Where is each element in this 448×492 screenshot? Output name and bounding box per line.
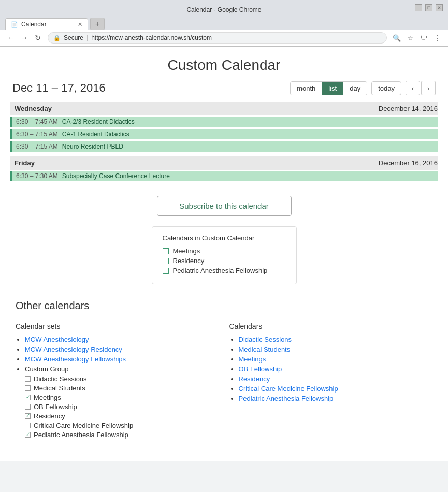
calendars-column: Calendars Didactic SessionsMedical Stude… xyxy=(229,322,433,440)
close-button[interactable]: ✕ xyxy=(436,4,443,11)
forward-button[interactable]: → xyxy=(19,32,30,44)
new-tab-button[interactable]: + xyxy=(90,18,105,30)
day-view-button[interactable]: day xyxy=(343,82,367,95)
group-item-checkbox[interactable] xyxy=(25,413,31,419)
secure-label: Secure xyxy=(64,34,83,41)
back-button[interactable]: ← xyxy=(5,32,17,44)
search-button[interactable]: 🔍 xyxy=(391,32,402,44)
event-row[interactable]: 6:30 – 7:15 AM CA-1 Resident Didactics xyxy=(10,128,438,140)
chrome-menu-button[interactable]: ⋮ xyxy=(431,32,443,44)
calendar-link-item[interactable]: Critical Care Medicine Fellowship xyxy=(239,385,433,393)
nav-buttons: ← → ↻ xyxy=(5,32,44,44)
active-tab[interactable]: 📄 Calendar ✕ xyxy=(5,18,88,30)
calendar-link-anchor[interactable]: Didactic Sessions xyxy=(239,336,292,343)
calendar-set-link[interactable]: MCW Anesthesiology Residency xyxy=(25,345,219,353)
day-header-row: Wednesday December 14, 2016 xyxy=(10,102,438,115)
reload-button[interactable]: ↻ xyxy=(32,32,44,44)
calendar-link-anchor[interactable]: Pediatric Anesthesia Fellowship xyxy=(239,395,334,402)
address-bar[interactable]: 🔒 Secure | https://mcw-anesth-calendar.n… xyxy=(48,32,387,44)
next-period-button[interactable]: › xyxy=(421,81,436,95)
prev-period-button[interactable]: ‹ xyxy=(406,81,420,95)
calendar-link-item[interactable]: Medical Students xyxy=(239,345,433,353)
calendar-set-anchor[interactable]: MCW Anesthesiology Residency xyxy=(25,345,122,353)
view-btn-group: month list day xyxy=(290,81,367,95)
minimize-button[interactable]: — xyxy=(415,4,422,11)
bookmark-button[interactable]: ☆ xyxy=(404,32,416,44)
cal-checkbox[interactable] xyxy=(163,248,169,254)
subscribe-button[interactable]: Subscribe to this calendar xyxy=(157,196,292,216)
cal-checkbox[interactable] xyxy=(163,258,169,264)
day-date: December 16, 2016 xyxy=(196,156,438,170)
event-title: CA-2/3 Resident Didactics xyxy=(62,118,135,125)
calendar-set-anchor[interactable]: MCW Anesthesiology xyxy=(25,336,89,343)
event-title: Subspecialty Case Conference Lecture xyxy=(62,172,170,180)
event-item[interactable]: 6:30 – 7:45 AM CA-2/3 Resident Didactics xyxy=(10,117,438,127)
group-item-checkbox[interactable] xyxy=(25,376,31,382)
calendar-link-anchor[interactable]: OB Fellowship xyxy=(239,365,282,373)
shield-button[interactable]: 🛡 xyxy=(418,32,429,44)
calendars-box: Calendars in Custom Calendar Meetings Re… xyxy=(152,226,297,284)
custom-group-label: Custom Group xyxy=(25,365,219,373)
calendar-link-anchor[interactable]: Residency xyxy=(239,375,270,383)
event-item[interactable]: 6:30 – 7:15 AM Neuro Resident PBLD xyxy=(10,141,438,152)
group-item: Critical Care Medicine Fellowship xyxy=(25,422,219,429)
calendar-sets-title: Calendar sets xyxy=(16,322,219,330)
calendar-link-item[interactable]: Meetings xyxy=(239,355,433,363)
page-content: Custom Calendar Dec 11 – 17, 2016 month … xyxy=(0,47,448,461)
group-item-checkbox[interactable] xyxy=(25,404,31,410)
chrome-addressbar: ← → ↻ 🔒 Secure | https://mcw-anesth-cale… xyxy=(0,30,448,46)
group-item-checkbox[interactable] xyxy=(25,423,31,428)
group-item: Didactic Sessions xyxy=(25,375,219,383)
chrome-tabs: 📄 Calendar ✕ + xyxy=(0,18,448,30)
day-date: December 14, 2016 xyxy=(196,102,438,115)
date-nav-row: Dec 11 – 17, 2016 month list day today ‹… xyxy=(10,81,438,95)
calendar-sets-column: Calendar sets MCW AnesthesiologyMCW Anes… xyxy=(16,322,219,440)
list-view-button[interactable]: list xyxy=(322,82,343,95)
window-controls[interactable]: — □ ✕ xyxy=(415,4,443,11)
tab-page-icon: 📄 xyxy=(11,21,18,28)
tab-close-button[interactable]: ✕ xyxy=(78,21,82,28)
other-calendars-title: Other calendars xyxy=(16,300,432,312)
event-time: 6:30 – 7:15 AM xyxy=(16,143,58,150)
calendar-link-item[interactable]: Didactic Sessions xyxy=(239,336,433,343)
calendar-set-link[interactable]: MCW Anesthesiology Fellowships xyxy=(25,355,219,363)
calendar-link-item[interactable]: Residency xyxy=(239,375,433,383)
month-view-button[interactable]: month xyxy=(291,82,322,95)
event-row[interactable]: 6:30 – 7:30 AM Subspecialty Case Confere… xyxy=(10,170,438,182)
event-item[interactable]: 6:30 – 7:15 AM CA-1 Resident Didactics xyxy=(10,129,438,139)
calendar-link-anchor[interactable]: Meetings xyxy=(239,355,266,363)
address-right-icons: 🔍 ☆ 🛡 ⋮ xyxy=(391,32,443,44)
group-item: Medical Students xyxy=(25,384,219,392)
chrome-frame: Calendar - Google Chrome — □ ✕ 📄 Calenda… xyxy=(0,0,448,47)
event-time: 6:30 – 7:15 AM xyxy=(16,131,58,138)
calendar-link-item[interactable]: Pediatric Anesthesia Fellowship xyxy=(239,395,433,402)
group-item-checkbox[interactable] xyxy=(25,385,31,391)
event-item[interactable]: 6:30 – 7:30 AM Subspecialty Case Confere… xyxy=(10,171,438,181)
calendar-set-link[interactable]: MCW Anesthesiology xyxy=(25,336,219,343)
cal-item-label: Residency xyxy=(173,257,205,265)
group-item-checkbox[interactable] xyxy=(25,395,31,400)
event-time: 6:30 – 7:45 AM xyxy=(16,118,58,125)
cal-checkbox[interactable] xyxy=(163,268,169,274)
calendar-link-anchor[interactable]: Medical Students xyxy=(239,345,291,353)
event-title: CA-1 Resident Didactics xyxy=(62,131,129,138)
group-item-label: OB Fellowship xyxy=(34,403,77,411)
group-item: OB Fellowship xyxy=(25,403,219,411)
other-calendars-section: Other calendars Calendar sets MCW Anesth… xyxy=(10,300,438,440)
event-time: 6:30 – 7:30 AM xyxy=(16,172,58,180)
event-row[interactable]: 6:30 – 7:45 AM CA-2/3 Resident Didactics xyxy=(10,115,438,128)
window-title: Calendar - Google Chrome xyxy=(186,6,261,13)
day-label: Friday xyxy=(10,156,196,170)
maximize-button[interactable]: □ xyxy=(425,4,432,11)
group-item: Pediatric Anesthesia Fellowship xyxy=(25,431,219,439)
cal-item: Meetings xyxy=(163,247,286,255)
calendar-link-item[interactable]: OB Fellowship xyxy=(239,365,433,373)
group-item-label: Residency xyxy=(34,412,65,420)
calendar-link-anchor[interactable]: Critical Care Medicine Fellowship xyxy=(239,385,338,393)
today-button[interactable]: today xyxy=(371,81,401,95)
group-item-checkbox[interactable] xyxy=(25,432,31,438)
calendar-set-anchor[interactable]: MCW Anesthesiology Fellowships xyxy=(25,355,126,363)
cal-item: Pediatric Anesthesia Fellowship xyxy=(163,267,286,274)
event-row[interactable]: 6:30 – 7:15 AM Neuro Resident PBLD xyxy=(10,140,438,153)
event-title: Neuro Resident PBLD xyxy=(62,143,123,150)
